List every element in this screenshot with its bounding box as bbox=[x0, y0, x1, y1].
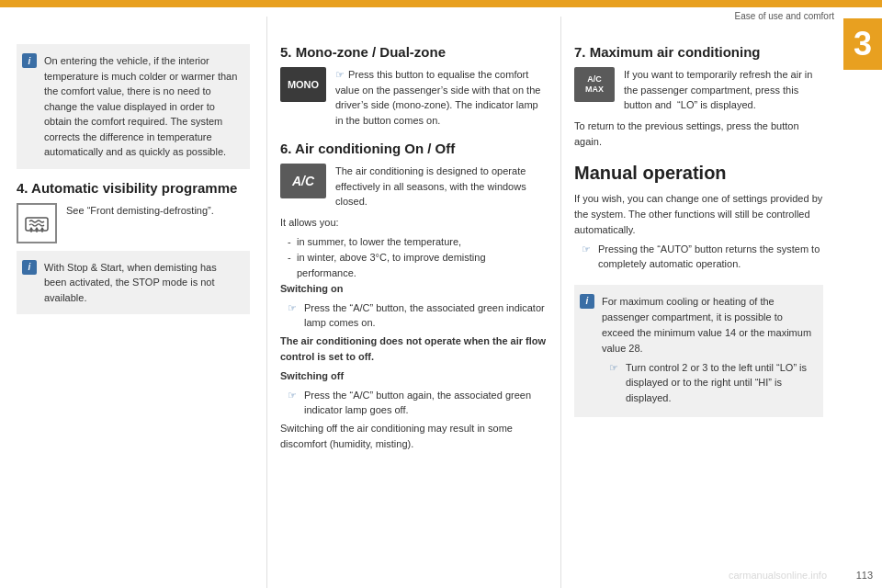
main-layout: i On entering the vehicle, if the interi… bbox=[0, 17, 836, 588]
watermark: carmanualsonline.info bbox=[729, 570, 827, 581]
mid-column: 5. Mono-zone / Dual-zone MONO ☞Press thi… bbox=[266, 17, 560, 588]
arrow-bullet-off: ☞ bbox=[288, 388, 297, 403]
ac-max-label-1: A/C bbox=[587, 74, 602, 85]
switching-on-label: Switching on bbox=[280, 281, 548, 297]
info-box-2: i With Stop & Start, when demisting has … bbox=[17, 251, 250, 315]
manual-op-title: Manual operation bbox=[574, 163, 823, 184]
info-box-3-list-item: ☞ Turn control 2 or 3 to the left until … bbox=[609, 360, 812, 406]
allows-you: It allows you: bbox=[280, 215, 548, 231]
ac-btn-row: A/C The air conditioning is designed to … bbox=[280, 164, 548, 209]
ac-max-btn-row: A/C MAX If you want to temporarily refre… bbox=[574, 67, 823, 113]
arrow-bullet-auto: ☞ bbox=[582, 242, 591, 257]
mono-btn-row: MONO ☞Press this button to equalise the … bbox=[280, 67, 548, 128]
info-box-3-text: For maximum cooling or heating of the pa… bbox=[602, 294, 812, 356]
list-item-winter: in winter, above 3°C, to improve demisti… bbox=[289, 250, 548, 281]
info-icon-2: i bbox=[22, 260, 37, 275]
switching-off-label: Switching off bbox=[280, 368, 548, 384]
svg-marker-2 bbox=[29, 227, 33, 230]
auto-step: ☞ Pressing the “AUTO” button returns the… bbox=[582, 242, 823, 272]
info-box-3: i For maximum cooling or heating of the … bbox=[574, 285, 823, 418]
return-text: To return to the previous settings, pres… bbox=[574, 119, 823, 150]
ac-max-label-2: MAX bbox=[585, 85, 604, 95]
info-box-2-text: With Stop & Start, when demisting has be… bbox=[44, 262, 217, 303]
ac-btn-label: A/C bbox=[292, 174, 314, 188]
defrost-svg bbox=[22, 209, 51, 238]
mono-button[interactable]: MONO bbox=[280, 67, 326, 102]
manual-op-intro: If you wish, you can change one of setti… bbox=[574, 191, 823, 238]
ac-max-button[interactable]: A/C MAX bbox=[574, 67, 615, 102]
chapter-number: 3 bbox=[854, 25, 872, 63]
mono-btn-label: MONO bbox=[288, 79, 319, 90]
ac-max-text: If you want to temporarily refresh the a… bbox=[624, 67, 823, 113]
chapter-badge: 3 bbox=[843, 18, 882, 70]
ac-button[interactable]: A/C bbox=[280, 164, 326, 198]
switching-off-step1: ☞ Press the “A/C” button again, the asso… bbox=[288, 388, 548, 418]
defrost-icon bbox=[17, 203, 57, 243]
section-7: 7. Maximum air conditioning A/C MAX If y… bbox=[574, 44, 823, 150]
page-number: 113 bbox=[856, 570, 873, 581]
svg-marker-4 bbox=[35, 227, 39, 230]
switching-on-step1: ☞ Press the “A/C” button, the associated… bbox=[288, 300, 548, 331]
section-7-title: 7. Maximum air conditioning bbox=[574, 44, 823, 60]
info-icon-3: i bbox=[580, 294, 594, 309]
top-bar bbox=[0, 0, 882, 7]
right-column: 7. Maximum air conditioning A/C MAX If y… bbox=[560, 17, 836, 588]
section-5-title: 5. Mono-zone / Dual-zone bbox=[280, 44, 548, 60]
defrost-row: See “Front demisting-defrosting”. bbox=[17, 203, 250, 243]
ac-list: in summer, to lower the temperature, in … bbox=[280, 234, 548, 281]
section-5: 5. Mono-zone / Dual-zone MONO ☞Press thi… bbox=[280, 44, 548, 128]
mono-text: ☞Press this button to equalise the comfo… bbox=[335, 67, 548, 128]
defrost-link-text: See “Front demisting-defrosting”. bbox=[66, 203, 214, 219]
arrow-bullet-info3: ☞ bbox=[609, 360, 618, 376]
ac-intro-text: The air conditioning is designed to oper… bbox=[335, 164, 548, 209]
switching-off-note: Switching off the air conditioning may r… bbox=[280, 421, 548, 452]
info-icon-1: i bbox=[22, 53, 37, 68]
left-column: i On entering the vehicle, if the interi… bbox=[0, 17, 266, 588]
svg-marker-6 bbox=[40, 227, 44, 230]
list-item-summer: in summer, to lower the temperature, bbox=[289, 234, 548, 250]
section-4: 4. Automatic visibility programme bbox=[17, 180, 250, 315]
section-6-title: 6. Air conditioning On / Off bbox=[280, 141, 548, 156]
section-4-title: 4. Automatic visibility programme bbox=[17, 180, 250, 196]
section-6: 6. Air conditioning On / Off A/C The air… bbox=[280, 141, 548, 452]
info-box-1-text: On entering the vehicle, if the interior… bbox=[44, 55, 237, 157]
arrow-bullet-on: ☞ bbox=[288, 300, 297, 316]
switching-on-warning: The air conditioning does not operate wh… bbox=[280, 334, 548, 365]
manual-operation: Manual operation If you wish, you can ch… bbox=[574, 163, 823, 272]
info-box-1: i On entering the vehicle, if the interi… bbox=[17, 44, 250, 169]
arrow-bullet-mono: ☞ bbox=[335, 69, 345, 80]
